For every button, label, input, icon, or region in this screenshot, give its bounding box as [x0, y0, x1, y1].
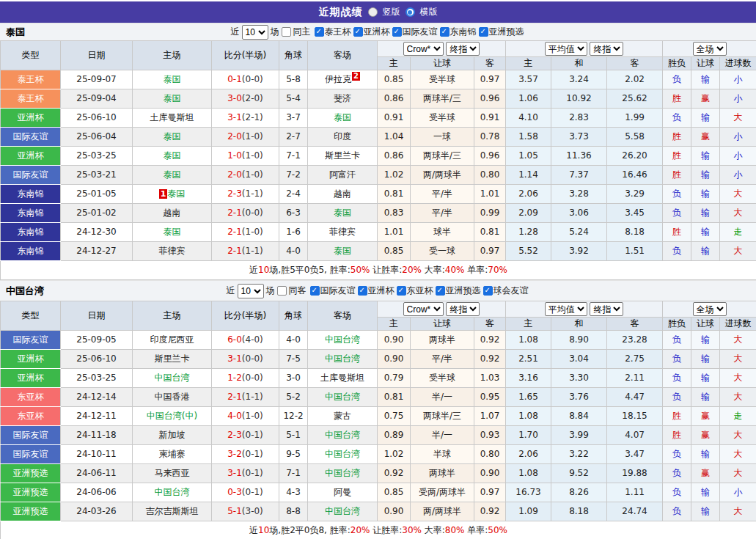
summary-text: 70% — [488, 265, 507, 275]
goals-cell: 大 — [720, 204, 756, 223]
full-time-score: 2-3 — [227, 188, 242, 199]
home-team-name: 斯里兰卡 — [155, 353, 190, 364]
match-row: 国际友谊25-03-21泰国2-0(1-0)7-2阿富汗1.02两/两球半0.8… — [1, 166, 756, 185]
avg-home-cell: 3.57 — [506, 70, 551, 89]
vertical-layout-label[interactable]: 竖版 — [383, 6, 400, 18]
match-row: 亚洲预选24-03-26吉尔吉斯斯坦5-1(3-0)8-8中国台湾0.90两/两… — [1, 502, 756, 521]
odds-away-cell: 0.91 — [474, 109, 506, 128]
avg-away-cell: 4.07 — [607, 426, 663, 445]
section-filter-bar: 中国台湾 近 10 场 同客 国际友谊亚洲杯东亚杯亚洲预选球会友谊 — [0, 280, 756, 301]
league-checkbox-label[interactable]: 亚洲预选 — [446, 285, 481, 297]
avg-away-cell: 2.75 — [607, 350, 663, 369]
avg-draw-cell: 3.04 — [551, 350, 607, 369]
same-venue-checkbox[interactable] — [282, 27, 291, 37]
league-checkbox-label[interactable]: 国际友谊 — [403, 26, 438, 38]
col-avg-away: 客 — [607, 318, 663, 331]
away-team-name: 斯里兰卡 — [325, 150, 360, 161]
score-cell: 2-3(1-1) — [212, 185, 279, 204]
team-name: 泰国 — [6, 26, 25, 39]
horizontal-layout-label[interactable]: 横版 — [420, 6, 438, 18]
full-match-select[interactable]: 全场 — [693, 42, 727, 56]
league-checkbox[interactable] — [483, 286, 493, 296]
league-checkbox-label[interactable]: 亚洲杯 — [364, 26, 390, 38]
away-team-name: 阿富汗 — [329, 169, 356, 180]
same-venue-checkbox[interactable] — [277, 286, 287, 296]
league-checkbox-label[interactable]: 东亚杯 — [407, 285, 433, 297]
league-checkbox[interactable] — [310, 286, 320, 296]
full-time-score: 3-1 — [227, 112, 242, 122]
league-checkbox[interactable] — [315, 27, 324, 37]
score-cell: 2-1(1-1) — [212, 242, 279, 261]
score-cell: 0-1(0-0) — [212, 70, 279, 89]
average-odds-select[interactable]: 平均值 — [545, 42, 587, 56]
avg-draw-cell: 9.52 — [551, 464, 607, 483]
odds-home-cell: 0.85 — [378, 70, 411, 89]
avg-home-cell: 1.08 — [506, 464, 551, 483]
league-checkbox-label[interactable]: 球会友谊 — [493, 285, 529, 297]
league-checkbox[interactable] — [440, 27, 449, 37]
avg-home-cell: 1.05 — [506, 147, 551, 166]
full-match-select[interactable]: 全场 — [693, 302, 727, 316]
league-checkbox-label[interactable]: 东南锦 — [450, 26, 477, 38]
half-time-score: (1-0) — [242, 227, 263, 237]
final-average-select[interactable]: 终指 — [590, 302, 623, 316]
league-checkbox-label[interactable]: 亚洲杯 — [368, 285, 394, 297]
col-odds-away: 客 — [474, 318, 506, 331]
odds-home-cell: 0.85 — [378, 242, 411, 261]
goals-cell: 大 — [720, 369, 756, 388]
home-team-name: 泰国 — [164, 131, 181, 142]
date-cell: 25-09-04 — [61, 89, 133, 109]
league-checkbox[interactable] — [436, 286, 445, 296]
half-time-score: (0-0) — [242, 373, 263, 383]
vertical-layout-radio[interactable] — [368, 7, 378, 17]
final-odds-select[interactable]: 终指 — [446, 302, 480, 316]
league-checkbox[interactable] — [397, 286, 406, 296]
score-cell: 2-1(0-0) — [212, 204, 279, 223]
score-cell: 1-2(0-0) — [212, 369, 279, 388]
handicap-cell: 两球半 — [411, 331, 474, 350]
away-team-name: 中国台湾 — [325, 449, 360, 459]
recent-count-select[interactable]: 10 — [238, 284, 264, 298]
score-cell: 2-0(1-0) — [212, 166, 279, 185]
home-team-cell: 泰国 — [133, 70, 212, 89]
summary-text: 让胜率: — [370, 265, 402, 275]
league-type-badge: 国际友谊 — [1, 445, 61, 464]
recent-count-select[interactable]: 10 — [242, 25, 268, 40]
league-checkbox[interactable] — [479, 27, 488, 37]
team-name: 中国台湾 — [6, 285, 44, 298]
odds-home-cell: 0.89 — [378, 426, 411, 445]
same-venue-label[interactable]: 同客 — [289, 285, 307, 297]
odds-away-cell: 1.03 — [474, 369, 506, 388]
league-checkbox-label[interactable]: 亚洲预选 — [489, 26, 524, 38]
home-team-cell: 中国香港 — [133, 388, 212, 407]
avg-draw-cell: 10.92 — [551, 89, 607, 109]
league-type-badge: 东亚杯 — [1, 388, 61, 407]
goals-cell: 走 — [720, 407, 756, 426]
odds-source-select[interactable]: Crow* — [403, 302, 444, 316]
goals-cell: 走 — [720, 223, 756, 242]
average-odds-select[interactable]: 平均值 — [545, 302, 587, 316]
avg-draw-cell: 3.73 — [551, 128, 607, 147]
home-team-name: 吉尔吉斯斯坦 — [146, 506, 199, 516]
league-checkbox[interactable] — [392, 27, 402, 37]
summary-text: 单率: — [464, 265, 488, 275]
league-checkbox-label[interactable]: 国际友谊 — [320, 285, 356, 297]
odds-away-cell: 0.80 — [474, 445, 506, 464]
home-team-cell: 泰国 — [133, 128, 212, 147]
league-checkbox-label[interactable]: 泰王杯 — [325, 26, 351, 38]
final-odds-select[interactable]: 终指 — [446, 42, 480, 56]
league-checkbox[interactable] — [353, 27, 363, 37]
handicap-result-cell: 赢 — [691, 426, 720, 445]
col-result: 胜负 — [663, 318, 691, 331]
corner-cell: 3-0 — [279, 369, 308, 388]
away-team-name: 土库曼斯坦 — [320, 373, 364, 383]
final-average-select[interactable]: 终指 — [590, 42, 623, 56]
league-checkbox[interactable] — [358, 286, 367, 296]
score-cell: 2-1(1-1) — [212, 388, 279, 407]
handicap-cell: 球半 — [411, 223, 474, 242]
odds-source-select[interactable]: Crow* — [403, 42, 444, 56]
horizontal-layout-radio[interactable] — [405, 7, 415, 17]
avg-away-cell: 24.74 — [607, 502, 663, 521]
same-venue-label[interactable]: 同主 — [293, 26, 311, 38]
odds-away-cell: 0.81 — [474, 223, 506, 242]
